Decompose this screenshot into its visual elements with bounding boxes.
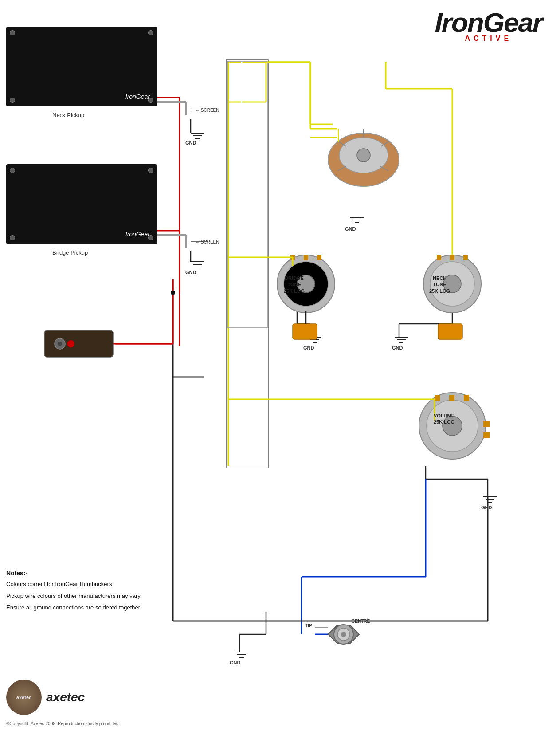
centre-label: CENTRE — [352, 619, 370, 624]
svg-rect-88 — [317, 255, 321, 260]
svg-rect-93 — [437, 255, 441, 260]
notes-item-1: Colours correct for IronGear Humbuckers — [6, 580, 168, 588]
neck-tone-label: NECKTONE25K LOG — [429, 275, 450, 294]
svg-rect-100 — [435, 395, 440, 401]
gnd-jack: GND — [230, 660, 240, 665]
volume-label: VOLUME25K LOG — [434, 413, 454, 425]
svg-rect-96 — [438, 324, 462, 339]
svg-text:← SCREEN: ← SCREEN — [195, 240, 219, 244]
svg-rect-101 — [449, 395, 454, 401]
neck-pickup-box: IronGear — [6, 27, 157, 106]
svg-point-108 — [341, 632, 346, 637]
svg-text:← SCREEN: ← SCREEN — [195, 108, 219, 113]
neck-pickup-label: IronGear — [125, 93, 150, 100]
svg-rect-103 — [483, 421, 490, 427]
svg-point-98 — [427, 400, 478, 452]
svg-point-77 — [357, 149, 370, 162]
axetec-brand: axetec — [46, 690, 85, 704]
logo-area: IronGear ACTIVE — [435, 9, 542, 43]
gnd-volume: GND — [481, 505, 492, 510]
svg-point-97 — [419, 393, 486, 459]
svg-point-113 — [67, 340, 74, 347]
wiring-diagram: ← SCREEN ← SCREEN — [0, 0, 560, 735]
notes-item-3: Ensure all ground connections are solder… — [6, 604, 168, 612]
svg-rect-18 — [227, 61, 267, 327]
notes-item-2: Pickup wire colours of other manufacture… — [6, 592, 168, 600]
bridge-pickup-name: Bridge Pickup — [52, 249, 88, 256]
svg-rect-104 — [483, 432, 490, 438]
svg-rect-111 — [44, 330, 113, 357]
svg-line-80 — [380, 166, 388, 171]
svg-rect-89 — [293, 324, 317, 339]
svg-line-82 — [338, 141, 346, 146]
notes-section: Notes:- Colours correct for IronGear Hum… — [6, 570, 168, 615]
svg-rect-95 — [463, 255, 468, 260]
bridge-pickup-box: IronGear — [6, 164, 157, 244]
svg-marker-105 — [328, 625, 359, 643]
gnd-neck-tone: GND — [392, 345, 403, 350]
svg-rect-87 — [304, 255, 308, 260]
svg-point-76 — [339, 138, 388, 173]
svg-rect-102 — [464, 395, 469, 401]
tip-label: TIP — [305, 623, 312, 628]
gnd-bridge-tone: GND — [303, 345, 314, 350]
gnd-switch: GND — [345, 226, 356, 232]
copyright-text: ©Copyright. Axetec 2009. Reproduction st… — [6, 721, 120, 726]
svg-rect-94 — [450, 255, 454, 260]
gnd-neck-screen: GND — [185, 140, 196, 145]
svg-point-53 — [171, 291, 175, 295]
svg-rect-17 — [226, 60, 268, 468]
svg-point-106 — [334, 625, 353, 644]
svg-rect-86 — [290, 255, 295, 260]
axetec-circle-logo: axetec — [6, 680, 42, 715]
axetec-area: axetec axetec — [6, 677, 95, 717]
brand-logo: IronGear — [435, 9, 542, 36]
bridge-tone-label: BRIDGETONE25K LOG — [284, 275, 305, 294]
svg-point-75 — [328, 133, 399, 186]
neck-pickup-name: Neck Pickup — [52, 112, 84, 118]
svg-line-79 — [381, 141, 389, 146]
svg-point-114 — [58, 342, 62, 346]
notes-title: Notes:- — [6, 570, 168, 577]
svg-line-81 — [338, 166, 346, 171]
gnd-bridge-screen: GND — [185, 270, 196, 275]
svg-point-107 — [337, 628, 350, 641]
svg-point-112 — [55, 338, 65, 349]
bridge-pickup-label: IronGear — [125, 231, 150, 238]
